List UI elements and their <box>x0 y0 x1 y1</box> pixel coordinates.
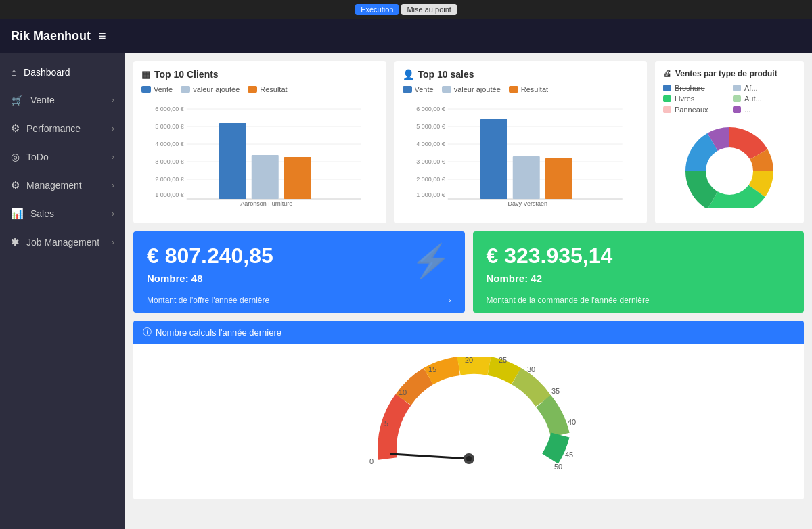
gauge-title: Nombre calculs l'année derniere <box>156 327 281 338</box>
sidebar: ⌂ Dashboard 🛒 Vente › ⚙ Performance › ◎ … <box>0 53 125 529</box>
chevron-right-icon: › <box>112 124 114 133</box>
sidebar-item-sales[interactable]: 📊 Sales › <box>0 200 125 228</box>
sidebar-item-performance[interactable]: ⚙ Performance › <box>0 114 125 143</box>
svg-rect-12 <box>219 123 246 199</box>
chart-title-clients: ▦ Top 10 Clients <box>141 69 378 80</box>
legend-panneaux: Panneaux <box>663 106 726 114</box>
svg-rect-14 <box>284 157 311 199</box>
main-layout: ⌂ Dashboard 🛒 Vente › ⚙ Performance › ◎ … <box>0 53 812 529</box>
legend-af: Af... <box>733 84 796 92</box>
svg-text:6 000,00 €: 6 000,00 € <box>155 106 184 112</box>
svg-text:1 000,00 €: 1 000,00 € <box>155 191 184 198</box>
legend-other: ... <box>733 106 796 114</box>
svg-text:5: 5 <box>384 419 388 428</box>
svg-text:2 000,00 €: 2 000,00 € <box>155 176 184 183</box>
top10-sales-chart: 👤 Top 10 sales Vente valeur ajoutée Resu… <box>394 61 648 223</box>
kpi-footer-offre[interactable]: Montant de l'offre l'année dernière › <box>147 290 451 310</box>
job-management-icon: ✱ <box>11 236 20 248</box>
svg-text:30: 30 <box>526 365 535 373</box>
sidebar-item-vente[interactable]: 🛒 Vente › <box>0 86 125 114</box>
svg-text:2 000,00 €: 2 000,00 € <box>416 176 445 183</box>
management-icon: ⚙ <box>11 179 20 191</box>
kpi-subtitle-commande: Nombre: 42 <box>487 273 791 284</box>
legend-livres: Livres <box>663 95 726 103</box>
svg-rect-13 <box>252 155 279 199</box>
execution-badge[interactable]: Exécution <box>355 4 399 15</box>
svg-point-32 <box>706 147 753 195</box>
chevron-right-icon: › <box>112 181 114 190</box>
svg-text:0: 0 <box>369 457 373 465</box>
chevron-right-icon: › <box>112 95 114 105</box>
svg-text:5 000,00 €: 5 000,00 € <box>416 123 445 130</box>
ventes-type-chart: 🖨 Ventes par type de produit Brochure Af… <box>655 61 804 223</box>
sidebar-item-todo[interactable]: ◎ ToDo › <box>0 143 125 171</box>
svg-text:20: 20 <box>464 357 472 364</box>
kpi-row: ⚡ € 807.240,85 Nombre: 48 Montant de l'o… <box>133 231 804 313</box>
legend-vente: Vente <box>141 85 173 93</box>
menu-icon[interactable]: ≡ <box>99 29 106 43</box>
todo-icon: ◎ <box>11 151 20 163</box>
kpi-value-offre: € 807.240,85 <box>147 244 451 269</box>
performance-icon: ⚙ <box>11 122 20 135</box>
sidebar-item-label: Management <box>26 180 82 191</box>
bar-chart-sales-svg: 6 000,00 € 5 000,00 € 4 000,00 € 3 000,0… <box>403 99 639 207</box>
svg-text:3 000,00 €: 3 000,00 € <box>155 158 184 165</box>
sidebar-item-label: Sales <box>30 208 54 219</box>
chart-icon-ventes: 🖨 <box>663 69 671 78</box>
svg-text:45: 45 <box>564 451 572 459</box>
pie-chart-svg <box>675 120 784 208</box>
svg-text:40: 40 <box>567 418 575 426</box>
miseaupoint-badge[interactable]: Mise au point <box>401 4 456 15</box>
svg-text:4 000,00 €: 4 000,00 € <box>416 141 445 147</box>
pie-chart-container <box>663 120 796 208</box>
svg-rect-30 <box>545 158 572 199</box>
sidebar-item-label: Job Management <box>26 237 99 248</box>
svg-rect-29 <box>512 156 539 199</box>
svg-text:5 000,00 €: 5 000,00 € <box>155 123 184 130</box>
svg-rect-28 <box>480 119 507 199</box>
chart-title-sales: 👤 Top 10 sales <box>403 69 639 80</box>
sidebar-item-management[interactable]: ⚙ Management › <box>0 171 125 200</box>
svg-text:4 000,00 €: 4 000,00 € <box>155 141 184 147</box>
legend-aut: Aut... <box>733 95 796 103</box>
kpi-icon-lightning: ⚡ <box>411 242 451 280</box>
vente-icon: 🛒 <box>11 94 24 106</box>
legend-vente2: Vente <box>403 85 434 93</box>
sidebar-item-label: Performance <box>26 123 81 134</box>
chart-legend-clients: Vente valeur ajoutée Resultat <box>141 85 378 93</box>
chart-icon-sales: 👤 <box>403 69 414 80</box>
svg-text:3 000,00 €: 3 000,00 € <box>416 158 445 165</box>
gauge-section: ⓘ Nombre calculs l'année derniere <box>133 321 804 499</box>
gauge-icon: ⓘ <box>143 326 152 338</box>
svg-line-44 <box>391 454 469 459</box>
chevron-right-icon: › <box>112 209 114 218</box>
sales-icon: 📊 <box>11 208 24 220</box>
bar-chart-clients-svg: 6 000,00 € 5 000,00 € 4 000,00 € 3 000,0… <box>141 99 378 207</box>
legend-va: valeur ajoutée <box>181 85 240 93</box>
sidebar-item-dashboard[interactable]: ⌂ Dashboard <box>0 58 125 86</box>
svg-text:Davy Verstaen: Davy Verstaen <box>508 200 547 207</box>
svg-text:15: 15 <box>428 365 436 373</box>
header: Rik Maenhout ≡ <box>0 19 812 53</box>
svg-text:Aaronson Furniture: Aaronson Furniture <box>240 200 292 207</box>
svg-text:1 000,00 €: 1 000,00 € <box>416 191 445 198</box>
legend-result2: Resultat <box>509 85 548 93</box>
svg-text:25: 25 <box>498 357 506 364</box>
gauge-header: ⓘ Nombre calculs l'année derniere <box>133 321 804 344</box>
sidebar-item-job-management[interactable]: ✱ Job Management › <box>0 228 125 256</box>
kpi-card-commande: € 323.935,14 Nombre: 42 Montant de la co… <box>473 231 805 313</box>
kpi-value-commande: € 323.935,14 <box>487 244 791 269</box>
svg-text:50: 50 <box>554 463 562 471</box>
header-title: Rik Maenhout <box>11 29 91 43</box>
svg-text:10: 10 <box>398 388 406 396</box>
svg-text:6 000,00 €: 6 000,00 € <box>416 106 445 112</box>
kpi-card-offre: ⚡ € 807.240,85 Nombre: 48 Montant de l'o… <box>133 231 465 313</box>
main-content: ▦ Top 10 Clients Vente valeur ajoutée Re… <box>125 53 812 529</box>
sidebar-item-label: Vente <box>30 95 55 106</box>
chevron-right-icon: › <box>112 237 114 247</box>
gauge-svg: 0 5 10 15 20 25 30 35 40 45 50 <box>354 357 584 486</box>
legend-va2: valeur ajoutée <box>442 85 501 93</box>
chart-title-ventes-type: 🖨 Ventes par type de produit <box>663 69 796 78</box>
svg-point-46 <box>466 456 472 461</box>
charts-row: ▦ Top 10 Clients Vente valeur ajoutée Re… <box>133 61 804 223</box>
